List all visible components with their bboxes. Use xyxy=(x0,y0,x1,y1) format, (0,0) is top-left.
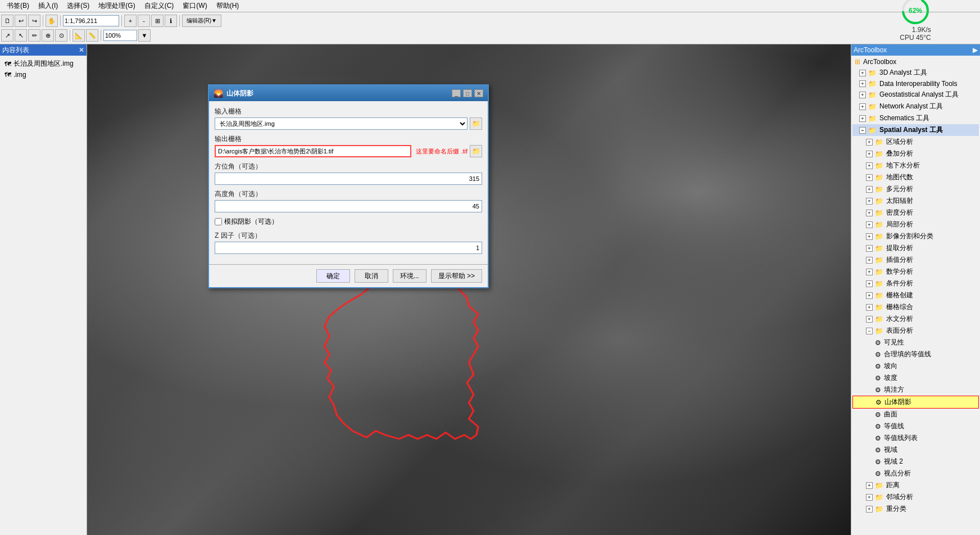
tree-item-29[interactable]: ⚙山体阴影 xyxy=(852,396,979,409)
layer-item-2[interactable]: 🗺 .img xyxy=(2,70,84,80)
dialog-maximize-btn[interactable]: □ xyxy=(463,89,472,97)
zoom-in-btn[interactable]: + xyxy=(124,15,137,27)
azimuth-input[interactable] xyxy=(215,173,482,185)
tree-item-0[interactable]: ⊞ArcToolbox xyxy=(852,57,979,67)
tree-item-1[interactable]: +📁3D Analyst 工具 xyxy=(852,67,979,79)
expand-icon-16[interactable]: + xyxy=(866,245,873,252)
tree-area[interactable]: ⊞ArcToolbox+📁3D Analyst 工具+📁Data Interop… xyxy=(851,56,980,535)
expand-icon-19[interactable]: + xyxy=(866,280,873,287)
expand-icon-37[interactable]: + xyxy=(866,494,873,501)
dialog-close-btn[interactable]: ✕ xyxy=(474,89,483,97)
zoom-input[interactable]: 100% xyxy=(103,30,137,41)
full-extent-btn[interactable]: ⊞ xyxy=(151,15,164,27)
tree-item-7[interactable]: +📁区域分析 xyxy=(852,136,979,148)
panel-close-btn[interactable]: ✕ xyxy=(79,46,84,54)
menu-item-select[interactable]: 选择(S) xyxy=(62,0,94,12)
tree-item-28[interactable]: ⚙填洼方 xyxy=(852,384,979,396)
new-btn[interactable]: 🗋 xyxy=(1,15,13,27)
tree-item-24[interactable]: ⚙可见性 xyxy=(852,337,979,348)
expand-icon-5[interactable]: + xyxy=(859,115,866,122)
expand-icon-17[interactable]: + xyxy=(866,257,873,264)
tree-item-10[interactable]: +📁地图代数 xyxy=(852,171,979,183)
expand-icon-15[interactable]: + xyxy=(866,233,873,240)
expand-icon-38[interactable]: + xyxy=(866,506,873,513)
tool4[interactable]: ⊕ xyxy=(42,29,54,42)
expand-icon-11[interactable]: + xyxy=(866,186,873,193)
tree-item-38[interactable]: +📁重分类 xyxy=(852,503,979,515)
tree-item-23[interactable]: −📁表面分析 xyxy=(852,325,979,337)
expand-icon-22[interactable]: + xyxy=(866,316,873,323)
output-raster-browse-btn[interactable]: 📁 xyxy=(470,145,482,157)
redo-btn[interactable]: ↪ xyxy=(28,15,40,27)
tree-item-22[interactable]: +📁水文分析 xyxy=(852,313,979,325)
z-factor-input[interactable] xyxy=(215,242,482,254)
tree-item-36[interactable]: +📁距离 xyxy=(852,479,979,491)
tree-item-16[interactable]: +📁提取分析 xyxy=(852,242,979,254)
tree-item-17[interactable]: +📁插值分析 xyxy=(852,254,979,266)
layer-item-1[interactable]: 🗺 长治及周围地区.img xyxy=(2,58,84,70)
zoom-out-btn[interactable]: - xyxy=(138,15,150,27)
tree-item-31[interactable]: ⚙等值线 xyxy=(852,420,979,432)
expand-icon-8[interactable]: + xyxy=(866,151,873,157)
expand-icon-4[interactable]: + xyxy=(859,103,866,110)
tree-item-32[interactable]: ⚙等值线列表 xyxy=(852,432,979,444)
expand-icon-10[interactable]: + xyxy=(866,174,873,181)
zoom-dropdown[interactable]: ▼ xyxy=(138,29,151,42)
input-raster-browse-btn[interactable]: 📁 xyxy=(470,117,482,130)
tree-item-19[interactable]: +📁条件分析 xyxy=(852,278,979,289)
menu-item-customize[interactable]: 自定义(C) xyxy=(140,0,179,12)
expand-icon-1[interactable]: + xyxy=(859,70,866,76)
expand-icon-36[interactable]: + xyxy=(866,482,873,489)
tool1[interactable]: ↗ xyxy=(1,29,13,42)
tree-item-27[interactable]: ⚙坡度 xyxy=(852,372,979,384)
expand-icon-3[interactable]: + xyxy=(859,92,866,98)
tree-item-21[interactable]: +📁栅格综合 xyxy=(852,301,979,313)
tool7[interactable]: 📏 xyxy=(86,29,98,42)
tree-item-13[interactable]: +📁密度分析 xyxy=(852,207,979,219)
tree-item-4[interactable]: +📁Network Analyst 工具 xyxy=(852,101,979,112)
tree-item-6[interactable]: −📁Spatial Analyst 工具 xyxy=(852,124,979,136)
editor-btn[interactable]: 编辑器(R)▼ xyxy=(182,15,221,27)
tree-item-35[interactable]: ⚙视点分析 xyxy=(852,468,979,479)
tree-item-30[interactable]: ⚙曲面 xyxy=(852,409,979,420)
altitude-input[interactable] xyxy=(215,200,482,212)
menu-item-help[interactable]: 帮助(H) xyxy=(212,0,244,12)
tree-item-25[interactable]: ⚙合理填的等值线 xyxy=(852,348,979,360)
scale-input[interactable]: 1:1,796,211 xyxy=(63,15,119,26)
expand-icon-6[interactable]: − xyxy=(859,127,866,134)
tool3[interactable]: ✏ xyxy=(28,29,40,42)
tree-item-15[interactable]: +📁影像分割和分类 xyxy=(852,230,979,242)
tree-item-37[interactable]: +📁邻域分析 xyxy=(852,491,979,503)
tree-item-18[interactable]: +📁数学分析 xyxy=(852,266,979,278)
identify-btn[interactable]: ℹ xyxy=(165,15,177,27)
dialog-help-btn[interactable]: 显示帮助 >> xyxy=(431,269,482,283)
expand-icon-2[interactable]: + xyxy=(859,80,866,87)
dialog-env-btn[interactable]: 环境... xyxy=(393,269,427,283)
expand-icon-20[interactable]: + xyxy=(866,292,873,299)
tree-item-34[interactable]: ⚙视域 2 xyxy=(852,456,979,468)
pan-btn[interactable]: ✋ xyxy=(46,15,58,27)
right-panel-expand[interactable]: ▶ xyxy=(973,46,978,54)
menu-item-window[interactable]: 窗口(W) xyxy=(178,0,211,12)
tree-item-12[interactable]: +📁太阳辐射 xyxy=(852,195,979,207)
tree-item-2[interactable]: +📁Data Interoperability Tools xyxy=(852,79,979,89)
undo-btn[interactable]: ↩ xyxy=(15,15,27,27)
tree-item-20[interactable]: +📁栅格创建 xyxy=(852,289,979,301)
tree-item-14[interactable]: +📁局部分析 xyxy=(852,219,979,230)
tree-item-26[interactable]: ⚙坡向 xyxy=(852,360,979,372)
tree-item-11[interactable]: +📁多元分析 xyxy=(852,183,979,195)
tree-item-33[interactable]: ⚙视域 xyxy=(852,444,979,456)
tool6[interactable]: 📐 xyxy=(72,29,85,42)
expand-icon-18[interactable]: + xyxy=(866,269,873,275)
tree-item-5[interactable]: +📁Schematics 工具 xyxy=(852,112,979,124)
output-raster-input[interactable] xyxy=(215,145,411,157)
expand-icon-13[interactable]: + xyxy=(866,210,873,216)
menu-item-insert[interactable]: 插入(I) xyxy=(34,0,62,12)
dialog-cancel-btn[interactable]: 取消 xyxy=(355,269,388,283)
input-raster-select[interactable]: 长治及周围地区.img xyxy=(215,117,468,130)
expand-icon-14[interactable]: + xyxy=(866,221,873,228)
tree-item-9[interactable]: +📁地下水分析 xyxy=(852,160,979,171)
menu-item-bookmarks[interactable]: 书签(B) xyxy=(2,0,34,12)
tree-item-8[interactable]: +📁叠加分析 xyxy=(852,148,979,160)
dialog-minimize-btn[interactable]: _ xyxy=(452,89,461,97)
